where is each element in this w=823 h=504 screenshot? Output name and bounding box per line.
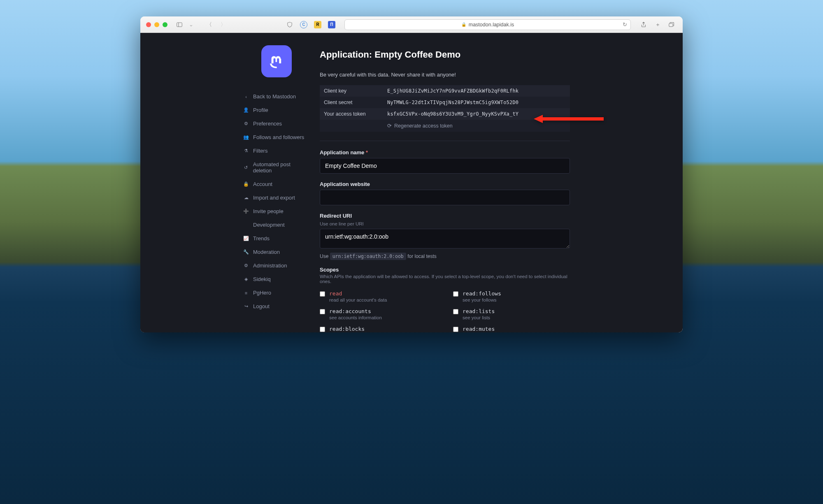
- close-window-button[interactable]: [146, 22, 151, 27]
- sidebar-item-icon: ☁: [243, 195, 249, 200]
- sidebar-item-label: Invite people: [253, 208, 284, 214]
- page-content: ‹Back to Mastodon👤Profile⚙Preferences👥Fo…: [140, 33, 683, 332]
- shield-icon[interactable]: [284, 20, 295, 29]
- scope-name: read:blocks: [329, 326, 365, 332]
- scope-checkbox[interactable]: [453, 291, 458, 297]
- extension-icon-1[interactable]: C: [298, 20, 309, 29]
- scopes-label: Scopes: [320, 267, 570, 273]
- scope-desc: see accounts information: [329, 315, 382, 320]
- redirect-uri-hint: Use one line per URI: [320, 221, 570, 226]
- sidebar-item-icon: 🔧: [243, 249, 249, 255]
- window-controls: [146, 22, 167, 27]
- scope-checkbox[interactable]: [320, 309, 325, 314]
- sidebar-item-administration[interactable]: ⚙Administration: [242, 259, 312, 272]
- sidebar-item-profile[interactable]: 👤Profile: [242, 103, 312, 117]
- app-website-label: Application website: [320, 181, 570, 187]
- tabs-overview-button[interactable]: [666, 20, 677, 29]
- extension-icon-2[interactable]: R: [312, 20, 323, 29]
- sidebar-item-filters[interactable]: ⚗Filters: [242, 144, 312, 158]
- sidebar-item-icon: ‹: [243, 94, 249, 99]
- credential-key: Your access token: [320, 108, 383, 120]
- redirect-use-hint: Use urn:ietf:wg:oauth:2.0:oob for local …: [320, 253, 570, 259]
- scopes-hint: Which APIs the application will be allow…: [320, 274, 570, 284]
- sidebar-item-moderation[interactable]: 🔧Moderation: [242, 245, 312, 259]
- sidebar-item-pghero[interactable]: ≡PgHero: [242, 286, 312, 300]
- reload-icon[interactable]: ↻: [623, 21, 627, 28]
- mastodon-logo[interactable]: [261, 45, 292, 77]
- scope-checkbox[interactable]: [320, 327, 325, 332]
- sidebar-item-icon: ⚗: [243, 148, 249, 153]
- back-button[interactable]: 〈: [204, 20, 214, 29]
- scope-checkbox[interactable]: [320, 291, 325, 297]
- scope-checkbox[interactable]: [453, 327, 458, 332]
- page-title: Application: Empty Coffee Demo: [320, 49, 670, 60]
- credential-value[interactable]: ksfxGC5VPx-oNq98s6Y3U3vM9_YgrO_NyyKSvPXa…: [383, 108, 570, 120]
- regenerate-token-link[interactable]: ⟳ Regenerate access token: [387, 123, 566, 129]
- credential-value[interactable]: E_SjhUG8JiZvMiJcY7nPG9vvAFZBDGkWfb2qF0RL…: [383, 85, 570, 97]
- credential-row: Your access tokenksfxGC5VPx-oNq98s6Y3U3v…: [320, 108, 570, 120]
- sidebar-item-sidekiq[interactable]: ◈Sidekiq: [242, 272, 312, 286]
- app-name-input[interactable]: [320, 158, 570, 174]
- scope-read: readread all your account's data: [320, 290, 437, 302]
- sidebar-item-label: Administration: [253, 262, 287, 269]
- url-text: mastodon.lapidak.is: [469, 22, 514, 28]
- credential-row: Client keyE_SjhUG8JiZvMiJcY7nPG9vvAFZBDG…: [320, 85, 570, 97]
- sidebar-item-label: Import and export: [253, 195, 295, 201]
- forward-button[interactable]: 〉: [218, 20, 228, 29]
- app-name-label: Application name *: [320, 149, 570, 156]
- scope-read-follows: read:followssee your follows: [453, 290, 570, 302]
- sidebar-item-label: Logout: [253, 303, 270, 309]
- sidebar-item-label: Automated post deletion: [253, 161, 310, 174]
- sidebar-dropdown-icon[interactable]: ⌄: [188, 20, 194, 29]
- sidebar-item-logout[interactable]: ↪Logout: [242, 300, 312, 313]
- sidebar-item-label: Account: [253, 181, 272, 187]
- scope-desc: see your follows: [463, 297, 501, 302]
- sidebar-item-icon: ↪: [243, 304, 249, 309]
- credential-key: Client key: [320, 85, 383, 97]
- sidebar-item-automated-post-deletion[interactable]: ↺Automated post deletion: [242, 158, 312, 177]
- refresh-icon: ⟳: [387, 123, 392, 129]
- sidebar-item-label: PgHero: [253, 290, 271, 296]
- sidebar-item-icon: 👤: [243, 107, 249, 113]
- sidebar-item-back-to-mastodon[interactable]: ‹Back to Mastodon: [242, 90, 312, 103]
- scope-desc: read all your account's data: [329, 297, 387, 302]
- scope-name: read:mutes: [463, 326, 495, 332]
- sidebar-item-trends[interactable]: 📈Trends: [242, 232, 312, 245]
- scope-name: read: [329, 290, 387, 297]
- new-tab-button[interactable]: ＋: [652, 20, 663, 29]
- sidebar-item-account[interactable]: 🔒Account: [242, 177, 312, 191]
- sidebar-nav: ‹Back to Mastodon👤Profile⚙Preferences👥Fo…: [242, 90, 312, 313]
- scope-name: read:lists: [463, 308, 495, 314]
- share-button[interactable]: [638, 20, 649, 29]
- extension-icon-3[interactable]: П: [326, 20, 337, 29]
- zoom-window-button[interactable]: [163, 22, 167, 27]
- minimize-window-button[interactable]: [154, 22, 159, 27]
- sidebar-item-label: Preferences: [253, 121, 282, 127]
- url-bar[interactable]: 🔒 mastodon.lapidak.is ↻: [344, 19, 631, 30]
- scope-read-accounts: read:accountssee accounts information: [320, 308, 437, 320]
- warning-text: Be very careful with this data. Never sh…: [320, 72, 670, 78]
- scopes-grid: readread all your account's dataread:acc…: [320, 290, 570, 332]
- svg-rect-2: [669, 23, 673, 26]
- sidebar-item-development[interactable]: Development: [242, 218, 312, 232]
- scope-name: read:follows: [463, 290, 501, 297]
- sidebar-item-icon: ⚙: [243, 121, 249, 126]
- sidebar-item-label: Development: [253, 222, 285, 228]
- sidebar-item-invite-people[interactable]: ➕Invite people: [242, 204, 312, 218]
- sidebar-item-icon: 👥: [243, 135, 249, 140]
- redirect-uri-label: Redirect URI: [320, 213, 570, 219]
- sidebar-item-preferences[interactable]: ⚙Preferences: [242, 117, 312, 130]
- redirect-uri-input[interactable]: [320, 229, 570, 249]
- sidebar-item-follows-and-followers[interactable]: 👥Follows and followers: [242, 130, 312, 144]
- credential-value[interactable]: NyTMWLG-22dtIxTIVpqjNs28PJWstmC5ig9XWTo5…: [383, 97, 570, 108]
- app-website-input[interactable]: [320, 190, 570, 205]
- scope-read-mutes: read:mutessee your mutes: [453, 326, 570, 332]
- sidebar-item-label: Back to Mastodon: [253, 93, 296, 100]
- divider: [320, 141, 570, 141]
- sidebar-toggle-button[interactable]: [174, 20, 185, 29]
- scope-checkbox[interactable]: [453, 309, 458, 314]
- sidebar-item-import-and-export[interactable]: ☁Import and export: [242, 191, 312, 204]
- sidebar-item-icon: 🔒: [243, 181, 249, 187]
- scope-desc: see your lists: [463, 315, 495, 320]
- scope-name: read:accounts: [329, 308, 382, 314]
